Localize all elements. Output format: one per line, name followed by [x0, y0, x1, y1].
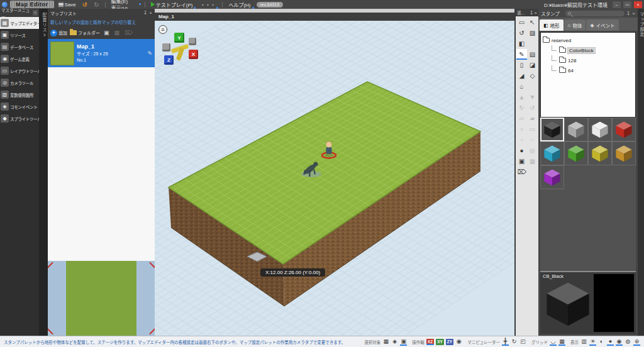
grid-toggle-icon[interactable]: ▦: [558, 338, 565, 346]
tree-root-row[interactable]: reserved: [543, 35, 633, 45]
stamp-cube-5[interactable]: [540, 141, 564, 165]
slope-tool-button[interactable]: ◢: [516, 70, 527, 81]
start-point-tool-button[interactable]: ⌂: [516, 81, 527, 92]
pen-tool-button[interactable]: ✎: [516, 49, 527, 60]
pin-icon[interactable]: ↧: [143, 10, 148, 16]
axis-xy-button[interactable]: XY: [436, 339, 444, 345]
gizmo-y-cube[interactable]: Y: [174, 33, 184, 43]
close-button[interactable]: ×: [634, 1, 642, 8]
cycle-object-tool-button: ↺: [527, 102, 538, 113]
stamp-cube-7[interactable]: [588, 141, 612, 165]
character-icon[interactable]: ◍: [625, 338, 631, 346]
sidebar-item-common-event[interactable]: ◈コモンイベント: [0, 101, 39, 113]
map-settings-tab[interactable]: マップ設定: [638, 9, 644, 336]
minimize-button[interactable]: –: [613, 1, 621, 8]
viewport-map-tab[interactable]: Map_1: [155, 13, 514, 21]
panel-layout-icon[interactable]: ▥: [580, 338, 587, 346]
close-icon[interactable]: ×: [149, 10, 152, 16]
sidebar-item-camera-tool[interactable]: ◎カメラツール: [0, 77, 39, 89]
sidebar-item-database[interactable]: ▤データベース: [0, 41, 39, 53]
delete-tool-button[interactable]: ⌦: [516, 167, 527, 177]
gizmo-z-cube[interactable]: Z: [164, 55, 174, 65]
undo-button[interactable]: ↺: [80, 1, 89, 8]
sidebar-item-variable-usage[interactable]: ▧変数使用箇所: [0, 89, 39, 101]
map-list-empty-area[interactable]: [48, 67, 155, 261]
pin-icon[interactable]: ↧: [626, 11, 631, 16]
stamp-cube-8[interactable]: [612, 141, 636, 165]
pan-tool-icon[interactable]: ◉: [455, 338, 462, 346]
cursor-select-tool-button[interactable]: ↖: [527, 17, 538, 28]
tree-item-128[interactable]: 128: [543, 55, 633, 65]
redo-button[interactable]: ↻: [92, 1, 101, 8]
mini-grid-tool-2-button: ▫: [527, 135, 538, 145]
stamp-pen-tool-button[interactable]: ▤: [527, 49, 538, 60]
dither-stamp-tool-button[interactable]: ▨: [527, 28, 538, 38]
stamp-cube-4[interactable]: [612, 118, 636, 141]
edit-pencil-icon[interactable]: ✎: [147, 50, 152, 57]
save-tool-button: ▦: [527, 156, 538, 167]
pin-icon[interactable]: ↧: [530, 10, 534, 16]
master-menu-header: マスターメニュー <: [0, 9, 39, 17]
shadow-icon[interactable]: ◐: [598, 338, 605, 346]
light-icon[interactable]: ☀: [589, 338, 596, 346]
close-icon[interactable]: ×: [632, 11, 635, 16]
sidebar-item-sprite-tool[interactable]: ◆スプライトツール: [0, 113, 39, 124]
close-icon[interactable]: ×: [534, 10, 537, 16]
gizmo-x-cube[interactable]: X: [189, 50, 198, 59]
stamp-cube-6[interactable]: [564, 141, 588, 165]
tree-item-64[interactable]: 64: [543, 65, 633, 75]
menu-item-2[interactable]: 編集(E): [109, 0, 141, 4]
map-preview-minimap[interactable]: [48, 261, 155, 336]
axis-zy-button[interactable]: ZY: [446, 339, 453, 345]
more-menu-button[interactable]: ・・・: [198, 1, 218, 8]
help-menu[interactable]: ヘルプ(H): [226, 1, 253, 8]
statusbar: スタンプパレットから地形や物体などを配置して、ステージを作ります。マップエディタ…: [0, 336, 644, 347]
sidebar-item-game-definition[interactable]: ◉ゲーム定義: [0, 53, 39, 65]
select-object-icon[interactable]: ◈: [391, 338, 398, 346]
testplay-button[interactable]: テストプレイ(P): [149, 1, 196, 8]
rotate-gizmo-icon[interactable]: ↻: [511, 338, 518, 346]
lasso-select-tool-button[interactable]: ↺: [516, 28, 527, 38]
move-gizmo-icon[interactable]: ╋: [502, 338, 509, 346]
tab-terrain[interactable]: ◧地形: [540, 19, 564, 31]
stamp-cube-2[interactable]: [564, 118, 588, 141]
placement-list-tab[interactable]: 配置リスト: [39, 9, 48, 336]
orientation-gizmo[interactable]: Y X Z: [162, 33, 201, 70]
axis-xz-button[interactable]: XZ: [426, 339, 434, 345]
tool-palette-header: 選... ↧ ×: [516, 9, 538, 16]
settings-icon[interactable]: ⊛: [633, 338, 640, 346]
restore-button[interactable]: ▭: [623, 1, 631, 8]
tab-events[interactable]: ◈イベント: [586, 19, 618, 31]
wrench-tool-button[interactable]: ◪: [527, 60, 538, 70]
add-map-button[interactable]: + 追加: [50, 30, 67, 36]
path-tool-button[interactable]: ◇: [527, 70, 538, 81]
stamp-search-input[interactable]: [565, 11, 625, 16]
gizmo-gray-cube: [162, 43, 170, 52]
duplicate-map-button[interactable]: ▣: [103, 30, 111, 36]
gizmo-gray-cube: [189, 38, 196, 45]
add-folder-button[interactable]: フォルダー: [70, 30, 100, 36]
copy-tool-button[interactable]: ▣: [516, 156, 527, 167]
bucket-fill-tool-button[interactable]: ●: [516, 145, 527, 156]
stamp-cube-1[interactable]: [540, 118, 564, 141]
tab-objects[interactable]: ⌂物体: [564, 19, 586, 31]
scale-gizmo-icon[interactable]: ◰: [519, 338, 526, 346]
eraser-tool-button[interactable]: ▯: [516, 60, 527, 70]
stamp-cube-3[interactable]: [588, 118, 612, 141]
stamp-cube-9[interactable]: [540, 165, 564, 189]
sidebar-item-resources[interactable]: ▣リソース: [0, 29, 39, 41]
select-terrain-icon[interactable]: ▦: [382, 338, 389, 346]
swap-tool-button[interactable]: ◧: [516, 38, 527, 49]
marquee-select-tool-button[interactable]: ▭: [516, 17, 527, 28]
map-list-item-selected[interactable]: Map_1 サイズ : 25 x 25 No.1 ✎: [48, 39, 155, 67]
sidebar-item-layout-tool[interactable]: ▭レイアウトツール: [0, 65, 39, 77]
map-canvas[interactable]: [155, 21, 514, 336]
skybox-icon[interactable]: ●: [607, 338, 614, 346]
camera-icon[interactable]: ◉: [616, 338, 623, 346]
select-event-icon[interactable]: ▣: [400, 338, 407, 346]
snap-magnet-icon[interactable]: ◡: [550, 338, 557, 346]
collapse-sidebar-button[interactable]: <: [33, 10, 38, 16]
event-marker-icon: ◈: [590, 23, 594, 28]
save-button[interactable]: Save: [57, 2, 78, 8]
tree-item-ColorBlock[interactable]: ColorBlock: [543, 45, 633, 55]
